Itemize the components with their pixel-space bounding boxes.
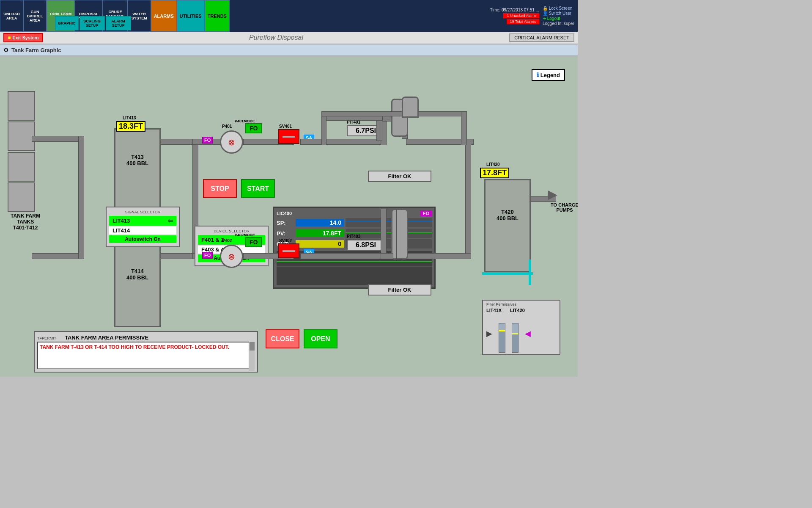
subnav-scaling[interactable]: SCALINGSETUP bbox=[80, 16, 105, 30]
fp-lit420-label: LIT420 bbox=[510, 308, 525, 313]
fo-badge-p401: FO bbox=[202, 137, 213, 144]
nav-alarms[interactable]: ALARMS bbox=[151, 0, 177, 32]
stop-button[interactable]: STOP bbox=[203, 179, 237, 198]
permissive-title: TANK FARM AREA PERMISSIVE bbox=[65, 334, 148, 341]
out-value: 0 bbox=[296, 240, 344, 248]
signal-selector-box: SIGNAL SELECTOR LIT413 ⇐ LIT414 Autoswit… bbox=[106, 207, 180, 247]
p402mode-label: P402MODE bbox=[235, 233, 255, 237]
pv-label: PV: bbox=[277, 230, 296, 237]
nav-unload-area[interactable]: UNLOAD AREA bbox=[0, 0, 23, 32]
p402-pump[interactable]: ⊗ bbox=[220, 245, 243, 268]
nav-water-system[interactable]: WATERSYSTEM bbox=[128, 0, 151, 32]
lic400-fo-badge: FO bbox=[420, 210, 432, 216]
tfpermit-label: TFPERMIT bbox=[37, 336, 56, 340]
sp-label: SP: bbox=[277, 220, 296, 226]
lit420-value: 17.8FT bbox=[480, 168, 509, 178]
charge-pumps-arrow: ▶ bbox=[548, 187, 557, 202]
signal-selector-title: SIGNAL SELECTOR bbox=[109, 210, 176, 214]
lit420-label: LIT420 bbox=[486, 162, 500, 167]
subnav-graphic[interactable]: GRAPHIC bbox=[55, 16, 79, 30]
fp-play-arrow: ▶ bbox=[486, 329, 492, 338]
nav-utilities[interactable]: UTILITIES bbox=[177, 0, 205, 32]
t413-tank bbox=[114, 128, 161, 213]
filter-ok-1: Filter OK bbox=[368, 171, 431, 182]
t414-label: T414400 BBL bbox=[118, 268, 156, 281]
legend-button[interactable]: ℹ Legend bbox=[532, 69, 565, 81]
charge-pumps-label: TO CHARGE PUMPS bbox=[548, 202, 578, 213]
permissive-text: TANK FARM T-413 OR T-414 TOO HIGH TO REC… bbox=[37, 342, 250, 369]
sv401-label: SV401 bbox=[279, 124, 292, 129]
fp-magenta-arrow: ◀ bbox=[525, 329, 531, 338]
exit-button[interactable]: ■ Exit System bbox=[3, 33, 43, 42]
pit403-value: 6.8PSI bbox=[347, 240, 385, 251]
p401-pump[interactable]: ⊗ bbox=[220, 130, 243, 154]
unacked-alarm-btn[interactable]: 1 Unacked Alarm bbox=[503, 13, 539, 18]
sv402-label: SV402 bbox=[279, 238, 292, 243]
open-button[interactable]: OPEN bbox=[304, 329, 337, 348]
time-display: Time: 09/27/2013 07:51 ... bbox=[490, 8, 539, 12]
t414-tank bbox=[114, 243, 161, 327]
autoswitch-on-1: Autoswitch On bbox=[109, 235, 176, 243]
switch-user-btn[interactable]: 👤 Switch User bbox=[543, 11, 574, 16]
signal-lit413[interactable]: LIT413 ⇐ bbox=[109, 216, 176, 226]
t413-label: T413400 BBL bbox=[118, 154, 156, 166]
tank-farm-tanks-label: TANK FARMTANKST401-T412 bbox=[4, 213, 47, 231]
subnav-alarm-setup[interactable]: ALARMSETUP bbox=[106, 16, 131, 30]
total-alarm-btn[interactable]: 19 Total Alarms bbox=[507, 19, 539, 24]
logout-btn[interactable]: ➜ Logout bbox=[543, 16, 574, 21]
signal-lit414[interactable]: LIT414 bbox=[109, 226, 176, 235]
nav-gun-barrel[interactable]: GUNBARRELAREA bbox=[23, 0, 47, 32]
lock-screen-btn[interactable]: 🔒 Lock Screen bbox=[543, 6, 574, 11]
p402mode-badge: FO bbox=[245, 237, 262, 247]
logged-in-label: Logged In: super bbox=[543, 21, 574, 26]
sp-value: 14.0 bbox=[296, 219, 344, 226]
t420-tank bbox=[484, 179, 531, 272]
p401-label: P401 bbox=[222, 124, 232, 129]
close-button[interactable]: CLOSE bbox=[266, 329, 299, 348]
filter-perm-title: Filter Permissives bbox=[486, 302, 556, 306]
main-graphic-area: ℹ Legend TANK FARMTANKST401-T412 T413400… bbox=[0, 56, 578, 377]
page-title: Tank Farm Graphic bbox=[11, 47, 61, 53]
p402-label: P402 bbox=[222, 238, 232, 243]
pit403-label: PIT403 bbox=[347, 234, 360, 239]
pv-value: 17.8FT bbox=[296, 229, 344, 237]
lit413-label: LIT413 bbox=[123, 116, 136, 120]
device-selector-title: DEVICE SELECTOR bbox=[198, 229, 265, 233]
filter-ok-2: Filter OK bbox=[368, 284, 431, 295]
page-icon: ⚙ bbox=[3, 47, 9, 53]
p401mode-label: P401MODE bbox=[235, 119, 255, 123]
fp-lit41x-label: LIT41X bbox=[486, 308, 502, 313]
lic400-title: LIC400 bbox=[277, 211, 292, 216]
sv402-valve[interactable] bbox=[278, 243, 299, 258]
fo-badge-p402: FO bbox=[202, 252, 213, 259]
critical-alarm-reset-button[interactable]: CRITICAL ALARM RESET bbox=[509, 33, 574, 42]
p401mode-badge: FO bbox=[245, 123, 262, 133]
lit413-value: 18.3FT bbox=[116, 121, 145, 132]
start-button[interactable]: START bbox=[241, 179, 275, 198]
left-tanks-area bbox=[4, 90, 38, 213]
filter-permissives-box: Filter Permissives LIT41X LIT420 ▶ bbox=[482, 300, 560, 355]
nav-trends[interactable]: TRENDS bbox=[205, 0, 230, 32]
sv401-valve[interactable] bbox=[278, 129, 299, 144]
toolbar-title: Pureflow Disposal bbox=[43, 34, 510, 41]
t420-label: T420400 BBL bbox=[488, 209, 527, 221]
